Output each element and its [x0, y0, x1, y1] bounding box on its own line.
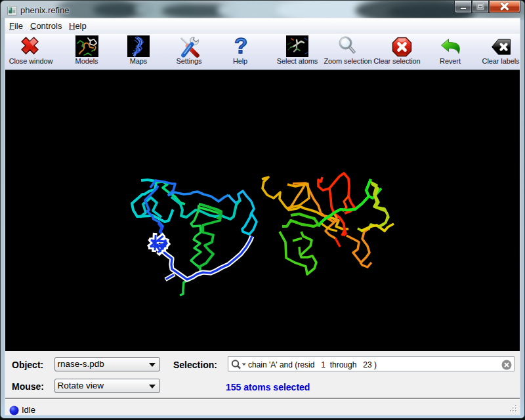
svg-text:?: ?	[234, 35, 247, 56]
